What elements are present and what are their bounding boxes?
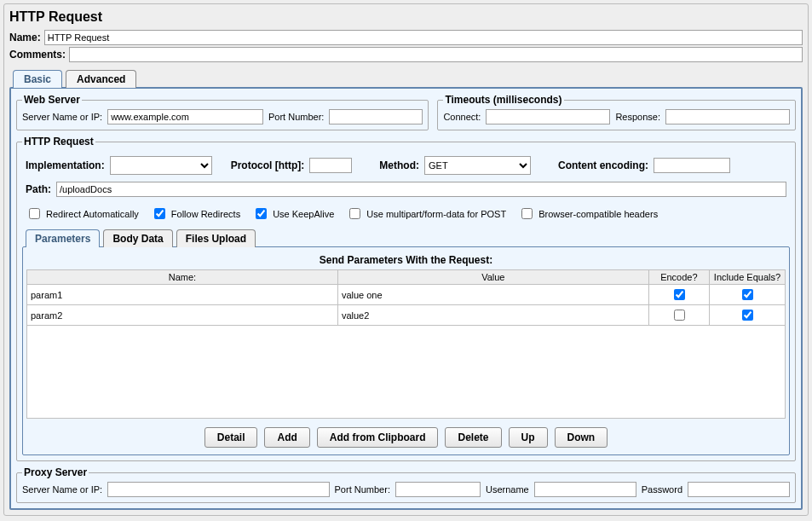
param-buttons: Detail Add Add from Clipboard Delete Up … [26,427,786,448]
response-label: Response: [615,112,660,122]
check-redirect-auto[interactable]: Redirect Automatically [26,206,139,222]
http-request-group: HTTP Request Implementation: Protocol [h… [16,136,796,461]
port-input[interactable] [329,109,423,124]
add-button[interactable]: Add [264,427,309,448]
col-value[interactable]: Value [337,270,648,285]
path-input[interactable] [56,182,786,197]
name-label: Name: [9,32,41,43]
proxy-server-input[interactable] [107,482,329,497]
content-enc-label: Content encoding: [558,159,648,171]
impl-label: Implementation: [26,159,105,171]
connect-input[interactable] [486,109,610,124]
param-equals-checkbox[interactable] [742,310,753,321]
impl-select[interactable] [110,156,212,175]
protocol-input[interactable] [309,158,352,173]
checkbox-redirect-auto[interactable] [29,208,40,219]
protocol-label: Protocol [http]: [231,159,305,171]
method-label: Method: [379,159,419,171]
add-clipboard-button[interactable]: Add from Clipboard [317,427,439,448]
param-equals-cell[interactable] [709,305,785,326]
check-follow-redirects[interactable]: Follow Redirects [151,206,240,222]
params-table-empty-area[interactable] [26,326,786,419]
col-name[interactable]: Name: [27,270,338,285]
web-server-legend: Web Server [22,94,82,106]
col-include-equals[interactable]: Include Equals? [709,270,785,285]
path-label: Path: [26,183,51,195]
name-input[interactable] [44,30,803,45]
check-keepalive[interactable]: Use KeepAlive [252,206,334,222]
connect-label: Connect: [443,112,481,122]
proxy-legend: Proxy Server [22,466,89,478]
basic-panel: Web Server Server Name or IP: Port Numbe… [9,87,803,510]
param-equals-checkbox[interactable] [742,289,753,300]
table-row[interactable]: param1value one [27,285,786,305]
check-browser-compat[interactable]: Browser-compatible headers [518,206,658,222]
comments-row: Comments: [9,47,803,62]
param-encode-checkbox[interactable] [674,310,685,321]
tab-parameters[interactable]: Parameters [26,229,100,247]
params-title: Send Parameters With the Request: [26,254,786,266]
proxy-port-label: Port Number: [335,484,390,495]
proxy-group: Proxy Server Server Name or IP: Port Num… [16,466,796,503]
param-encode-cell[interactable] [648,285,709,305]
delete-button[interactable]: Delete [445,427,501,448]
params-table: Name: Value Encode? Include Equals? para… [26,269,786,326]
tab-basic[interactable]: Basic [13,70,62,88]
checkbox-browser-compat[interactable] [521,208,533,219]
down-button[interactable]: Down [555,427,608,448]
response-input[interactable] [665,109,790,124]
tab-body-data[interactable]: Body Data [103,229,172,247]
table-row[interactable]: param2value2 [27,305,786,326]
main-tabs: Basic Advanced [9,70,803,88]
param-tabs: Parameters Body Data Files Upload [22,229,790,247]
port-label: Port Number: [268,112,324,122]
server-name-label: Server Name or IP: [22,112,102,122]
param-value-cell[interactable]: value one [337,285,648,305]
param-equals-cell[interactable] [709,285,785,305]
proxy-user-label: Username [486,484,529,495]
http-request-legend: HTTP Request [22,136,95,148]
proxy-port-input[interactable] [395,482,481,497]
detail-button[interactable]: Detail [204,427,258,448]
main-container: HTTP Request Name: Comments: Basic Advan… [3,3,809,516]
check-multipart[interactable]: Use multipart/form-data for POST [346,206,506,222]
comments-label: Comments: [9,49,66,61]
proxy-server-label: Server Name or IP: [22,484,102,495]
up-button[interactable]: Up [509,427,548,448]
param-value-cell[interactable]: value2 [337,305,648,326]
web-server-group: Web Server Server Name or IP: Port Numbe… [16,94,429,130]
param-encode-checkbox[interactable] [674,289,685,300]
proxy-pass-label: Password [642,484,682,495]
method-select[interactable]: GET [424,156,531,175]
timeouts-group: Timeouts (milliseconds) Connect: Respons… [437,94,796,130]
page-title: HTTP Request [9,9,803,25]
param-name-cell[interactable]: param2 [27,305,338,326]
server-name-input[interactable] [107,109,263,124]
timeouts-legend: Timeouts (milliseconds) [443,94,563,106]
proxy-pass-input[interactable] [688,482,790,497]
tab-advanced[interactable]: Advanced [66,70,136,88]
checkbox-keepalive[interactable] [256,208,267,219]
proxy-user-input[interactable] [534,482,636,497]
param-encode-cell[interactable] [648,305,709,326]
parameters-panel: Send Parameters With the Request: Name: … [22,246,790,455]
col-encode[interactable]: Encode? [648,270,709,285]
checkbox-follow-redirects[interactable] [154,208,165,219]
name-row: Name: [9,30,803,45]
tab-files-upload[interactable]: Files Upload [176,229,256,247]
comments-input[interactable] [69,47,803,62]
param-name-cell[interactable]: param1 [27,285,338,305]
checkbox-multipart[interactable] [349,208,360,219]
content-enc-input[interactable] [654,158,730,173]
